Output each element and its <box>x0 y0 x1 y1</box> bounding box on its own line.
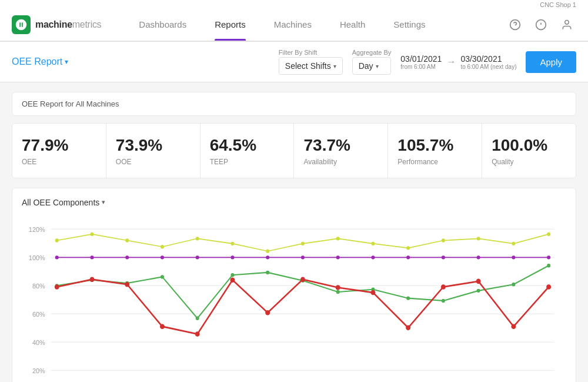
date-from-box[interactable]: 03/01/2021 from 6:00 AM <box>400 54 442 70</box>
svg-text:80%: 80% <box>32 282 45 289</box>
date-from-value: 03/01/2021 <box>400 54 442 64</box>
date-to-box[interactable]: 03/30/2021 to 6:00 AM (next day) <box>460 54 516 70</box>
workspace-label: CNC Shop 1 <box>0 0 588 8</box>
report-title[interactable]: OEE Report ▾ <box>12 57 68 67</box>
svg-point-90 <box>441 284 446 290</box>
user-icon[interactable] <box>557 15 576 34</box>
metric-card-availability: 73.7% Availability <box>294 124 388 178</box>
chart-title: All OEE Components <box>22 198 99 207</box>
svg-point-67 <box>161 275 164 278</box>
filter-shift-block: Filter By Shift Select Shifts ▾ <box>279 49 343 75</box>
svg-point-63 <box>547 232 550 235</box>
svg-point-40 <box>266 255 269 259</box>
performance-value: 105.7% <box>397 135 472 155</box>
report-section-title: OEE Report for All Machines <box>12 92 576 116</box>
svg-point-44 <box>406 255 410 259</box>
svg-point-74 <box>406 296 410 300</box>
metric-card-oee: 77.9% OEE <box>12 124 106 178</box>
aggregate-by-block: Aggregate By Day ▾ <box>352 49 392 75</box>
svg-point-50 <box>90 232 93 235</box>
svg-point-51 <box>125 238 129 242</box>
svg-point-47 <box>512 255 515 259</box>
svg-text:20%: 20% <box>32 367 45 374</box>
date-to-value: 03/30/2021 <box>460 54 516 64</box>
svg-point-39 <box>230 255 234 259</box>
svg-point-57 <box>336 237 340 240</box>
svg-point-79 <box>55 284 59 290</box>
nav-tab-settings[interactable]: Settings <box>379 8 439 41</box>
svg-text:40%: 40% <box>32 338 45 346</box>
svg-point-69 <box>230 273 234 277</box>
chart-dropdown-icon: ▾ <box>102 198 105 206</box>
logo-text: machinemetrics <box>35 19 101 30</box>
svg-point-37 <box>161 255 164 259</box>
shift-select-chevron: ▾ <box>333 63 336 69</box>
svg-point-48 <box>547 255 550 259</box>
toolbar: OEE Report ▾ Filter By Shift Select Shif… <box>0 42 588 82</box>
date-arrow-icon: → <box>446 57 456 67</box>
aggregate-chevron: ▾ <box>376 63 379 69</box>
svg-point-59 <box>406 246 410 250</box>
filter-shift-label: Filter By Shift <box>279 49 343 56</box>
svg-point-53 <box>196 237 199 240</box>
aggregate-by-select[interactable]: Day ▾ <box>352 57 392 75</box>
logo-area: machinemetrics <box>12 15 101 34</box>
svg-point-5 <box>565 20 569 24</box>
svg-point-89 <box>406 325 410 330</box>
metric-card-quality: 100.0% Quality <box>482 124 576 178</box>
svg-text:120%: 120% <box>29 225 45 232</box>
chart-svg: .grid-line { stroke: #e8e8e8; stroke-wid… <box>22 217 566 382</box>
svg-point-45 <box>442 255 445 259</box>
filter-shift-select[interactable]: Select Shifts ▾ <box>279 57 343 75</box>
metric-cards: 77.9% OEE 73.9% OOE 64.5% TEEP 73.7% Ava… <box>12 123 576 178</box>
nav-tab-machines[interactable]: Machines <box>260 8 326 41</box>
nav-tab-health[interactable]: Health <box>326 8 379 41</box>
nav-tab-reports[interactable]: Reports <box>201 8 260 41</box>
help-icon[interactable] <box>506 15 524 34</box>
svg-point-83 <box>195 331 200 337</box>
metric-card-teep: 64.5% TEEP <box>201 124 295 178</box>
nav-tab-dashboards[interactable]: Dashboards <box>125 8 201 41</box>
availability-value: 73.7% <box>303 135 378 155</box>
svg-point-49 <box>55 238 59 242</box>
svg-point-54 <box>230 241 234 245</box>
svg-point-61 <box>477 237 480 240</box>
notifications-icon[interactable] <box>532 15 550 34</box>
date-to-sub: to 6:00 AM (next day) <box>460 64 516 70</box>
date-range: 03/01/2021 from 6:00 AM → 03/30/2021 to … <box>400 54 516 70</box>
svg-point-56 <box>301 241 305 245</box>
svg-text:100%: 100% <box>29 254 45 261</box>
chart-header[interactable]: All OEE Components ▾ <box>22 198 566 207</box>
svg-point-78 <box>547 264 550 267</box>
svg-point-68 <box>196 316 199 320</box>
quality-label: Quality <box>492 158 566 166</box>
svg-point-60 <box>442 238 445 242</box>
svg-point-58 <box>371 241 375 245</box>
quality-value: 100.0% <box>492 135 566 155</box>
svg-point-70 <box>266 270 269 274</box>
performance-label: Performance <box>397 158 472 166</box>
chart-section: All OEE Components ▾ .grid-line { stroke… <box>12 188 576 382</box>
apply-button[interactable]: Apply <box>526 51 576 73</box>
svg-point-38 <box>196 255 199 259</box>
svg-point-35 <box>90 255 93 259</box>
svg-point-80 <box>90 277 95 282</box>
svg-point-36 <box>125 255 129 259</box>
oee-label: OEE <box>22 158 96 166</box>
ooe-value: 73.9% <box>116 135 191 155</box>
svg-point-88 <box>370 290 375 295</box>
availability-label: Availability <box>303 158 378 166</box>
svg-point-42 <box>336 255 340 259</box>
teep-label: TEEP <box>210 158 285 166</box>
svg-point-46 <box>477 255 480 259</box>
svg-point-84 <box>230 277 235 283</box>
svg-point-87 <box>336 285 340 290</box>
aggregate-by-label: Aggregate By <box>352 49 392 56</box>
svg-point-75 <box>442 298 445 302</box>
svg-point-52 <box>161 245 164 248</box>
metric-card-ooe: 73.9% OOE <box>106 124 201 178</box>
svg-point-81 <box>125 282 129 287</box>
svg-point-62 <box>512 241 515 245</box>
main-nav: Dashboards Reports Machines Health Setti… <box>125 8 506 41</box>
svg-point-77 <box>512 283 515 286</box>
